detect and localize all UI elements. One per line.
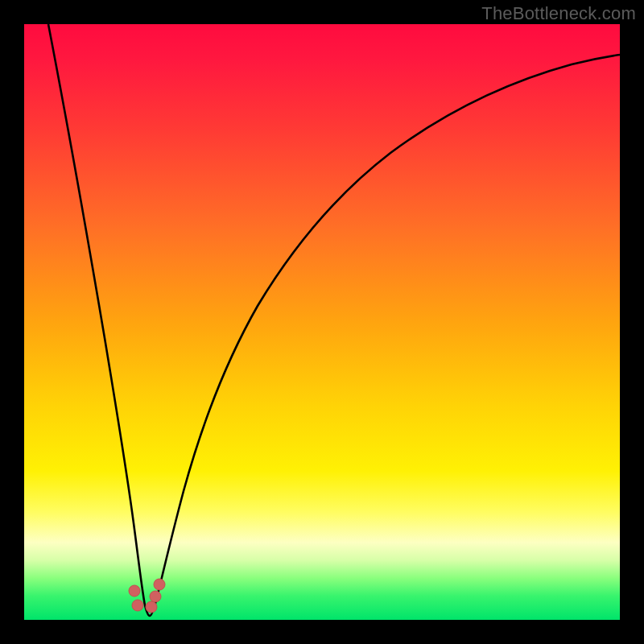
dip-marker bbox=[150, 591, 161, 602]
curve-layer bbox=[24, 24, 620, 620]
watermark-text: TheBottleneck.com bbox=[481, 3, 636, 24]
plot-area bbox=[24, 24, 620, 620]
dip-marker bbox=[129, 585, 140, 597]
dip-marker bbox=[132, 600, 143, 611]
dip-markers bbox=[129, 579, 165, 613]
outer-frame: TheBottleneck.com bbox=[0, 0, 644, 644]
bottleneck-curve bbox=[48, 24, 620, 616]
dip-marker bbox=[154, 579, 165, 590]
dip-marker bbox=[146, 601, 157, 613]
